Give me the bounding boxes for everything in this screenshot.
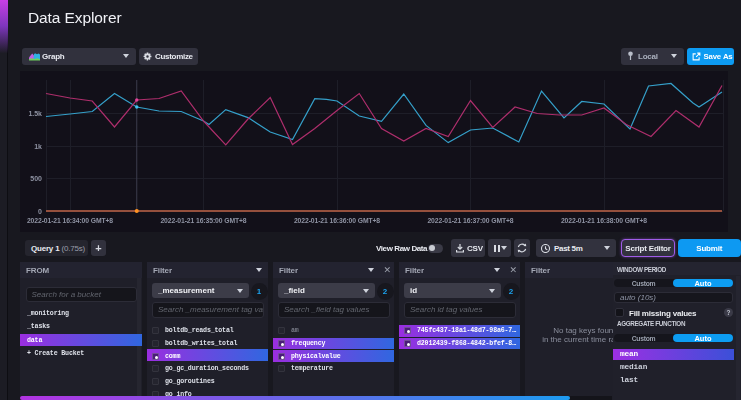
svg-text:2022-01-21 16:35:00 GMT+8: 2022-01-21 16:35:00 GMT+8 xyxy=(160,217,246,224)
svg-text:1.5k: 1.5k xyxy=(28,110,42,117)
svg-text:2022-01-21 16:36:00 GMT+8: 2022-01-21 16:36:00 GMT+8 xyxy=(294,217,380,224)
svg-text:2022-01-21 16:37:00 GMT+8: 2022-01-21 16:37:00 GMT+8 xyxy=(427,217,513,224)
svg-text:500: 500 xyxy=(30,175,42,182)
svg-text:2022-01-21 16:38:00 GMT+8: 2022-01-21 16:38:00 GMT+8 xyxy=(561,217,647,224)
svg-text:2022-01-21 16:34:00 GMT+8: 2022-01-21 16:34:00 GMT+8 xyxy=(27,217,113,224)
svg-text:0: 0 xyxy=(38,208,42,215)
svg-text:1k: 1k xyxy=(34,143,42,150)
